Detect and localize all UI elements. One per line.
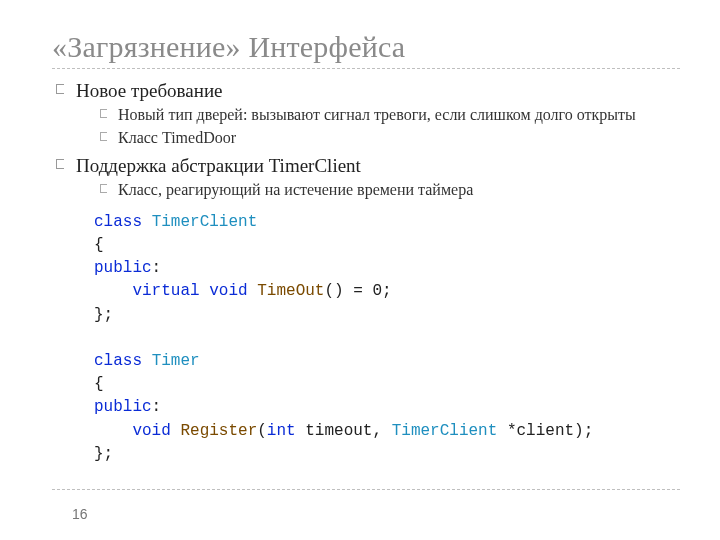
code-text [94,282,132,300]
bullet-text: Поддержка абстракции TimerClient [76,155,361,176]
title-divider [52,68,680,69]
code-type: Timer [152,352,200,370]
bullet-text: Новый тип дверей: вызывают сигнал тревог… [118,106,636,123]
code-keyword: public [94,398,152,416]
code-type: TimerClient [392,422,498,440]
code-text: *client); [497,422,593,440]
code-type: TimerClient [152,213,258,231]
bullet-level2: Новый тип дверей: вызывают сигнал тревог… [100,105,680,126]
code-text: : [152,259,162,277]
code-text [94,422,132,440]
bullet-text: Класс TimedDoor [118,129,236,146]
slide-title: «Загрязнение» Интерфейса [52,30,680,64]
code-function: Register [180,422,257,440]
bullet-sublist: Новый тип дверей: вызывают сигнал тревог… [76,105,680,149]
bullet-sublist: Класс, реагирующий на истечение времени … [76,180,680,201]
code-block: class TimerClient { public: virtual void… [94,211,680,466]
code-function: TimeOut [257,282,324,300]
code-text: { [94,236,104,254]
bullet-level1: Новое требование Новый тип дверей: вызыв… [56,79,680,148]
bullet-text: Класс, реагирующий на истечение времени … [118,181,473,198]
code-keyword: void [209,282,247,300]
bullet-list: Новое требование Новый тип дверей: вызыв… [52,79,680,201]
code-text: ( [257,422,267,440]
code-keyword: void [132,422,170,440]
bullet-level2: Класс TimedDoor [100,128,680,149]
code-keyword: public [94,259,152,277]
bullet-level2: Класс, реагирующий на истечение времени … [100,180,680,201]
code-keyword: int [267,422,296,440]
code-text: : [152,398,162,416]
code-text: }; [94,306,113,324]
code-text: }; [94,445,113,463]
code-keyword: class [94,213,142,231]
code-text: { [94,375,104,393]
page-number: 16 [72,506,88,522]
slide: «Загрязнение» Интерфейса Новое требовани… [0,0,720,540]
code-text: () = 0; [324,282,391,300]
bullet-text: Новое требование [76,80,223,101]
code-text: timeout, [296,422,392,440]
code-keyword: virtual [132,282,199,300]
footer-divider [52,489,680,490]
code-keyword: class [94,352,142,370]
bullet-level1: Поддержка абстракции TimerClient Класс, … [56,154,680,201]
